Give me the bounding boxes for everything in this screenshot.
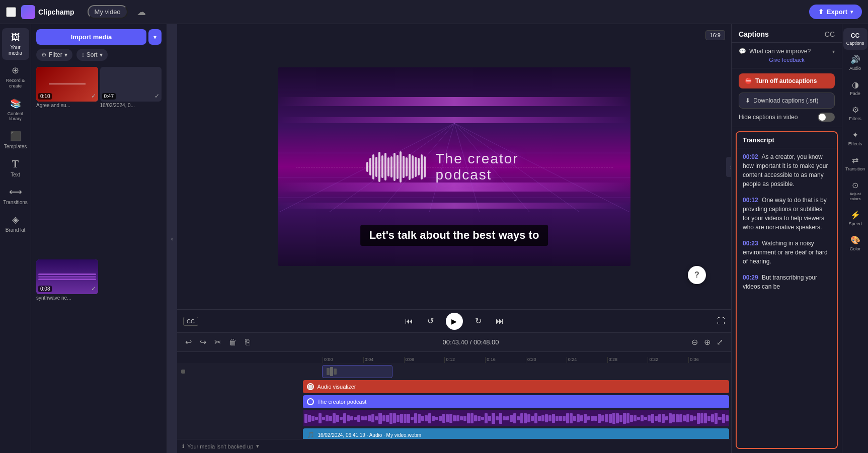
sidebar-item-content-library[interactable]: 📚 Content library <box>2 94 29 126</box>
media-thumbnail-1[interactable]: 0:10 ✓ <box>36 67 98 102</box>
sidebar-item-brand-kit[interactable]: ◈ Brand kit <box>2 210 29 237</box>
transcript-entry-1: 00:02 As a creator, you know how importa… <box>743 152 831 189</box>
right-tool-adjust-colors[interactable]: ⊙ Adjust colors <box>843 176 867 205</box>
right-tool-transition[interactable]: ⇄ Transition <box>843 151 867 175</box>
media-thumbnail-3[interactable]: 0:08 ✓ <box>36 259 98 294</box>
thumb-label-1: Agree and su... <box>36 102 98 109</box>
skip-forward-button[interactable]: ⏭ <box>494 315 506 328</box>
audio-file-track[interactable]: 🎵 16/02/2024, 06:41:19 · Audio · My vide… <box>303 428 729 439</box>
fit-view-button[interactable]: ⤢ <box>715 335 725 349</box>
your-media-icon: 🖼 <box>11 32 20 43</box>
podcast-track[interactable]: The creator podcast <box>303 395 729 408</box>
hide-captions-toggle[interactable] <box>818 113 835 122</box>
media-thumbnail-2[interactable]: 0:47 ✓ <box>100 67 162 102</box>
skip-back-button[interactable]: ⏮ <box>403 315 415 328</box>
sidebar-item-record-create[interactable]: ⊕ Record & create <box>2 61 29 93</box>
timeline-ruler: 0:00 0:04 0:08 0:12 0:16 0:20 0:24 0:28 … <box>177 352 731 363</box>
right-tool-filters[interactable]: ⚙ Filters <box>843 101 867 125</box>
main-area: 🖼 Your media ⊕ Record & create 📚 Content… <box>0 24 868 453</box>
filter-chevron-icon: ▾ <box>64 51 67 58</box>
waveform-bars <box>303 410 729 426</box>
video-track-clip[interactable] <box>322 365 392 378</box>
info-icon: ℹ <box>182 443 184 449</box>
fade-tool-icon: ◑ <box>852 80 859 89</box>
right-tool-color[interactable]: 🎨 Color <box>843 231 867 255</box>
rewind-button[interactable]: ↺ <box>425 314 436 328</box>
export-button[interactable]: ⬆ Export ▾ <box>809 5 862 19</box>
sidebar-item-templates[interactable]: ⬛ Templates <box>2 127 29 153</box>
color-tool-icon: 🎨 <box>850 235 860 245</box>
delete-button[interactable]: 🗑 <box>227 336 239 349</box>
table-row: The creator podcast <box>177 395 731 408</box>
improve-label[interactable]: What can we improve? <box>749 48 832 55</box>
hamburger-menu[interactable] <box>6 7 16 17</box>
fullscreen-button[interactable]: ⛶ <box>717 317 725 326</box>
podcast-overlay: The creator podcast <box>366 151 542 183</box>
filter-label: Filter <box>49 51 62 58</box>
sidebar-item-your-media[interactable]: 🖼 Your media <box>2 28 29 60</box>
feedback-link[interactable]: Give feedback <box>739 57 835 63</box>
play-button[interactable]: ▶ <box>446 313 463 330</box>
thumb-label-3: synthwave ne... <box>36 294 98 302</box>
ruler-mark-7: 0:28 <box>607 357 648 363</box>
transcript-scroll[interactable]: 00:02 As a creator, you know how importa… <box>737 148 837 448</box>
right-tool-fade[interactable]: ◑ Fade <box>843 76 867 100</box>
import-media-button[interactable]: Import media <box>36 29 146 45</box>
timeline-area: ↩ ↪ ✂ 🗑 ⎘ 00:43.40 / 00:48.00 ⊖ ⊕ ⤢ 0:00… <box>177 332 731 453</box>
ruler-mark-2: 0:08 <box>404 357 445 363</box>
transition-tool-label: Transition <box>845 166 865 171</box>
podcast-name: The creator podcast <box>436 151 542 183</box>
right-tool-captions[interactable]: CC Captions <box>843 28 867 50</box>
media-panel: Import media ▾ ⚙ Filter ▾ ↕ Sort ▾ <box>31 24 167 453</box>
captions-cc-button[interactable]: CC <box>825 30 835 38</box>
help-button[interactable]: ? <box>688 266 706 284</box>
export-icon: ⬆ <box>818 8 824 16</box>
status-chevron-icon: ▾ <box>256 443 259 449</box>
app-name: Clipchamp <box>38 8 74 16</box>
video-controls: CC ⏮ ↺ ▶ ↻ ⏭ ⛶ <box>177 309 731 332</box>
cc-button[interactable]: CC <box>183 317 198 326</box>
undo-button[interactable]: ↩ <box>183 335 194 349</box>
filter-button[interactable]: ⚙ Filter ▾ <box>36 49 72 61</box>
sidebar-item-label-content-library: Content library <box>4 111 27 122</box>
timeline-tracks: ⚪ Audio visualizer The creator podcast <box>177 363 731 439</box>
expand-right-button[interactable]: › <box>726 157 731 177</box>
cut-button[interactable]: ✂ <box>212 335 223 349</box>
logo-icon <box>21 5 35 19</box>
ruler-mark-0: 0:00 <box>323 357 363 363</box>
zoom-out-button[interactable]: ⊖ <box>689 335 700 349</box>
aspect-ratio-badge[interactable]: 16:9 <box>705 30 725 40</box>
transcript-entry-2: 00:12 One way to do that is by providing… <box>743 196 831 232</box>
audio-visualizer-track[interactable]: ⚪ Audio visualizer <box>303 380 729 393</box>
redo-button[interactable]: ↪ <box>198 335 208 349</box>
color-tool-label: Color <box>850 246 861 251</box>
forward-button[interactable]: ↻ <box>473 314 484 328</box>
filter-sort-row: ⚙ Filter ▾ ↕ Sort ▾ <box>36 49 162 61</box>
sort-label: Sort <box>87 51 98 58</box>
timeline-time-display: 00:43.40 / 00:48.00 <box>256 338 685 346</box>
zoom-in-button[interactable]: ⊕ <box>702 335 713 349</box>
sidebar-item-text[interactable]: T Text <box>2 154 29 182</box>
fade-tool-label: Fade <box>850 91 860 96</box>
sort-icon: ↕ <box>82 51 85 58</box>
turn-off-autocaptions-button[interactable]: ⛔ Turn off autocaptions <box>739 73 835 88</box>
download-captions-button[interactable]: ⬇ Download captions (.srt) <box>739 93 835 109</box>
right-tool-speed[interactable]: ⚡ Speed <box>843 206 867 230</box>
copy-button[interactable]: ⎘ <box>243 336 252 349</box>
thumb-label-2: 16/02/2024, 0... <box>100 102 162 109</box>
waveform-track[interactable] <box>303 410 729 426</box>
table-row <box>177 410 731 426</box>
import-chevron-button[interactable]: ▾ <box>148 29 162 45</box>
ruler-mark-4: 0:16 <box>485 357 526 363</box>
right-tool-audio[interactable]: 🔊 Audio <box>843 51 867 75</box>
text-icon: T <box>12 158 19 170</box>
effects-tool-icon: ✦ <box>852 130 858 140</box>
right-tool-effects[interactable]: ✦ Effects <box>843 126 867 150</box>
video-title[interactable]: My video <box>88 5 128 19</box>
export-label: Export <box>827 8 847 16</box>
collapse-panel-button[interactable]: ‹ <box>167 24 177 453</box>
sidebar-item-transitions[interactable]: ⟷ Transitions <box>2 183 29 209</box>
sort-button[interactable]: ↕ Sort ▾ <box>76 49 108 61</box>
improve-row: 💬 What can we improve? ▾ <box>739 48 835 55</box>
center-area: 16:9 ? › <box>177 24 731 453</box>
